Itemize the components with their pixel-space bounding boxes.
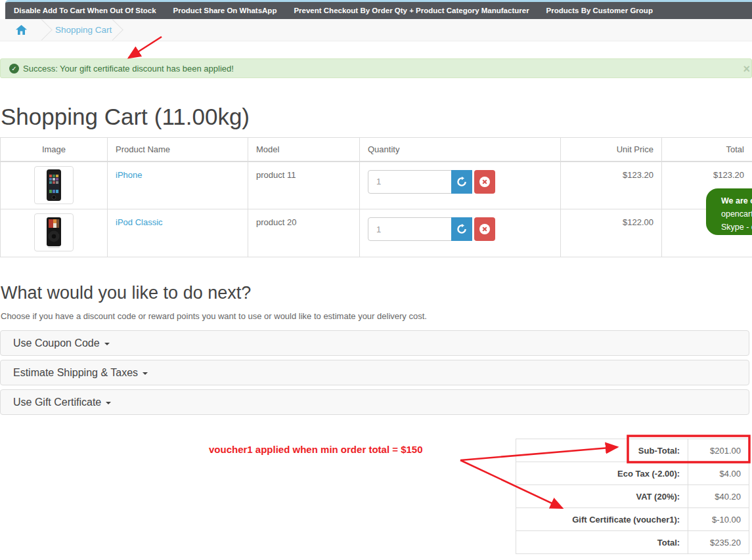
panel-estimate-shipping-taxes[interactable]: Estimate Shipping & Taxes bbox=[0, 360, 749, 385]
totals-row-gift-certificate: Gift Certificate (voucher1): $-10.00 bbox=[516, 508, 749, 531]
chat-line: We are o bbox=[721, 194, 752, 207]
check-circle-icon: ✓ bbox=[9, 64, 19, 74]
col-header-product-name: Product Name bbox=[108, 138, 248, 162]
total-value: $235.20 bbox=[688, 531, 749, 554]
cart-weight: (11.00kg) bbox=[154, 104, 250, 129]
total-label: Eco Tax (-2.00): bbox=[516, 462, 688, 485]
ipod-classic-image bbox=[44, 217, 64, 249]
chat-line: Skype - o bbox=[721, 221, 752, 234]
unit-price-cell: $122.00 bbox=[561, 209, 662, 257]
page: Disable Add To Cart When Out Of Stock Pr… bbox=[0, 0, 752, 560]
chat-line: opencart bbox=[721, 207, 752, 221]
quantity-input-iphone[interactable] bbox=[368, 170, 452, 194]
remove-item-button[interactable] bbox=[474, 217, 495, 241]
chevron-down-icon bbox=[143, 372, 148, 375]
chevron-down-icon bbox=[106, 402, 111, 404]
quantity-input-ipod-classic[interactable] bbox=[368, 217, 452, 241]
nav-item-product-share-whatsapp[interactable]: Product Share On WhatsApp bbox=[165, 2, 286, 19]
unit-price-cell: $123.20 bbox=[561, 162, 662, 209]
total-value: $40.20 bbox=[688, 485, 749, 508]
cart-table: Image Product Name Model Quantity Unit P… bbox=[0, 137, 752, 257]
col-header-image: Image bbox=[1, 138, 108, 162]
page-title: Shopping Cart(11.00kg) bbox=[1, 104, 250, 130]
alert-close-icon[interactable]: × bbox=[743, 62, 750, 76]
breadcrumb: Shopping Cart bbox=[0, 19, 752, 41]
alert-text: Success: Your gift certificate discount … bbox=[23, 64, 234, 74]
total-label: Total: bbox=[516, 531, 688, 554]
model-cell: product 11 bbox=[248, 162, 360, 209]
totals-row-subtotal: Sub-Total: $201.00 bbox=[516, 439, 749, 462]
totals-table: Sub-Total: $201.00 Eco Tax (-2.00): $4.0… bbox=[516, 439, 749, 554]
remove-item-button[interactable] bbox=[474, 170, 495, 194]
live-chat-bubble[interactable]: We are o opencart Skype - o bbox=[706, 188, 752, 235]
total-value: $-10.00 bbox=[688, 508, 749, 531]
cart-row-ipod-classic: iPod Classic product 20 bbox=[1, 209, 752, 257]
annotation-note: voucher1 applied when min order total = … bbox=[209, 444, 423, 455]
refresh-icon bbox=[456, 177, 467, 187]
iphone-thumb[interactable] bbox=[34, 166, 74, 204]
panel-label: Use Gift Certificate bbox=[13, 397, 101, 408]
chevron-down-icon bbox=[104, 343, 110, 345]
total-value: $4.00 bbox=[688, 462, 749, 485]
breadcrumb-separator bbox=[102, 19, 123, 41]
totals-row-vat: VAT (20%): $40.20 bbox=[516, 485, 749, 508]
success-alert: ✓ Success: Your gift certificate discoun… bbox=[0, 58, 752, 78]
iphone-image bbox=[45, 169, 63, 202]
next-section-subtitle: Choose if you have a discount code or re… bbox=[1, 311, 427, 321]
remove-circle-icon bbox=[479, 224, 490, 234]
totals-row-total: Total: $235.20 bbox=[516, 531, 749, 554]
quantity-group bbox=[368, 170, 552, 194]
totals-row-eco-tax: Eco Tax (-2.00): $4.00 bbox=[516, 462, 749, 485]
nav-item-disable-add-to-cart[interactable]: Disable Add To Cart When Out Of Stock bbox=[5, 2, 165, 19]
update-quantity-button[interactable] bbox=[451, 217, 472, 241]
breadcrumb-home[interactable] bbox=[16, 25, 27, 37]
total-value: $201.00 bbox=[688, 439, 749, 462]
cart-table-header-row: Image Product Name Model Quantity Unit P… bbox=[1, 138, 752, 162]
cart-row-iphone: iPhone product 11 bbox=[1, 162, 752, 209]
breadcrumb-separator bbox=[31, 19, 53, 41]
model-cell: product 20 bbox=[248, 209, 360, 257]
col-header-model: Model bbox=[248, 138, 360, 162]
nav-item-prevent-checkout[interactable]: Prevent Checkout By Order Qty + Product … bbox=[285, 2, 537, 19]
product-link-iphone[interactable]: iPhone bbox=[116, 170, 142, 180]
total-label: Sub-Total: bbox=[516, 439, 688, 462]
panel-use-gift-certificate[interactable]: Use Gift Certificate bbox=[0, 389, 749, 415]
total-label: VAT (20%): bbox=[516, 485, 688, 508]
col-header-quantity: Quantity bbox=[360, 138, 561, 162]
nav-item-products-by-customer-group[interactable]: Products By Customer Group bbox=[538, 2, 661, 19]
top-navbar: Disable Add To Cart When Out Of Stock Pr… bbox=[5, 0, 752, 19]
product-link-ipod-classic[interactable]: iPod Classic bbox=[116, 217, 163, 227]
home-icon bbox=[16, 25, 27, 35]
ipod-classic-thumb[interactable] bbox=[34, 213, 74, 251]
remove-circle-icon bbox=[479, 177, 490, 187]
col-header-total: Total bbox=[662, 138, 752, 162]
panel-label: Estimate Shipping & Taxes bbox=[13, 367, 138, 378]
next-section-title: What would you like to do next? bbox=[1, 283, 251, 303]
total-label: Gift Certificate (voucher1): bbox=[516, 508, 688, 531]
quantity-group bbox=[368, 217, 552, 241]
refresh-icon bbox=[456, 224, 467, 234]
col-header-unit-price: Unit Price bbox=[561, 138, 662, 162]
panel-label: Use Coupon Code bbox=[13, 337, 100, 349]
update-quantity-button[interactable] bbox=[451, 170, 472, 194]
page-title-text: Shopping Cart bbox=[1, 104, 148, 129]
panel-use-coupon-code[interactable]: Use Coupon Code bbox=[0, 330, 749, 356]
